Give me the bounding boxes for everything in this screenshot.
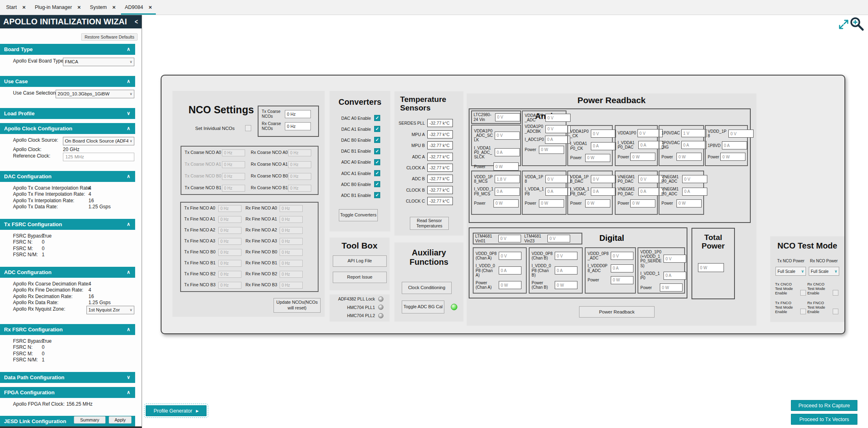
proceed-to-tx-vectors-button[interactable]: Proceed to Tx Vectors — [791, 414, 857, 425]
checkbox-dac-a0-enable[interactable]: ✓ — [374, 115, 380, 121]
power-readback-button[interactable]: Power Readback — [579, 306, 655, 318]
nco-input-tx-coarse-nco-b1[interactable] — [222, 185, 245, 192]
tab-system[interactable]: System✕ — [86, 0, 121, 15]
summary-button[interactable]: Summary — [74, 416, 106, 424]
tab-close-icon[interactable]: ✕ — [149, 5, 152, 10]
nco-input-rx-coarse-nco-a1[interactable] — [288, 161, 311, 168]
tab-close-icon[interactable]: ✕ — [77, 5, 81, 10]
checkbox-adc-b0-enable[interactable]: ✓ — [374, 181, 380, 187]
sensor-value-mpu-b: -32.77 k°C — [427, 141, 453, 149]
tab-close-icon[interactable]: ✕ — [22, 5, 26, 10]
update-ncos-button[interactable]: Update NCOs(NCOs will reset) — [274, 298, 321, 313]
setting-row-fsrc-bypass: FSRC Bypass:True — [0, 338, 135, 345]
nco-test-label: Rx FNCO Test Mode Enable — [808, 301, 831, 314]
nco-input-rx-coarse-nco-b1[interactable] — [288, 185, 311, 192]
section-header-board-type[interactable]: Board Type∧ — [0, 44, 135, 55]
section-header-apollo-clock-configuration[interactable]: Apollo Clock Configuration∧ — [0, 123, 135, 134]
read-sensor-temperatures-button[interactable]: Read Sensor Temperatures — [410, 217, 449, 230]
section-header-load-profile[interactable]: Load Profile∨ — [0, 108, 135, 119]
set-individual-ncos-checkbox[interactable] — [245, 125, 251, 131]
nco-input-tx-fine-nco-a3[interactable] — [218, 238, 241, 245]
power-value-i-vdda-1p8-dac: 0 A — [591, 188, 616, 196]
checkbox-rx-cnco-test-mode-enable[interactable] — [833, 290, 838, 296]
coarse-nco-group: Tx Coarse NCO A0Rx Coarse NCO A0Tx Coars… — [181, 146, 319, 195]
report-issue-button[interactable]: Report Issue — [333, 272, 387, 283]
magnifier-icon[interactable] — [849, 15, 865, 32]
checkbox-tx-cnco-test-mode-enable[interactable] — [800, 290, 806, 296]
section-header-adc-configuration[interactable]: ADC Configuration∧ — [0, 267, 135, 278]
clock-conditioning-button[interactable]: Clock Conditioning — [402, 282, 452, 294]
nco-input-rx-fine-nco-a3[interactable] — [280, 238, 303, 245]
checkbox-adc-b1-enable[interactable]: ✓ — [374, 192, 380, 198]
apply-button[interactable]: Apply — [109, 416, 131, 424]
nco-input-rx-fine-nco-b1[interactable] — [280, 260, 303, 267]
analog-group-vdda1p0: VDDA1P00 VI_VDDA1P0_DAC0 APower0 W — [615, 125, 658, 166]
rx-coarse-ncos-input[interactable] — [285, 122, 311, 130]
checkbox-rx-fnco-test-mode-enable[interactable] — [833, 309, 838, 314]
nco-test-label: Tx FNCO Test Mode Enable — [775, 301, 799, 314]
nco-input-tx-coarse-nco-a1[interactable] — [222, 161, 245, 168]
digital-group-vddd-1p0-vddd-1p0-serdes: VDDD_1P0 (+VDDD_1P0_SERDES)0 VI_VDDD_1P0… — [638, 247, 685, 294]
section-header-dac-configuration[interactable]: DAC Configuration∧ — [0, 171, 135, 182]
expand-icon[interactable] — [838, 18, 850, 30]
rx-nco-power-select[interactable]: Full Scale ∨ — [809, 267, 839, 276]
section-header-rx-fsrc-configuration[interactable]: Rx FSRC Configuration∧ — [0, 324, 135, 335]
setting-input-reference-clock[interactable] — [63, 153, 134, 161]
checkbox-dac-b0-enable[interactable]: ✓ — [374, 137, 380, 143]
analog-group-vdda1p0-adc: VDDA1P0_ADC0 VVDDA1P0_ADCBK0 VI_ADC1P00 … — [522, 110, 566, 166]
tab-plug-in-manager[interactable]: Plug-in Manager✕ — [30, 0, 86, 15]
nco-test-item: Tx FNCO Test Mode Enable — [775, 301, 808, 314]
nco-input-tx-fine-nco-a2[interactable] — [218, 227, 241, 234]
section-header-fpga-configuration[interactable]: FPGA Configuration∧ — [0, 387, 135, 398]
tx-nco-power-select[interactable]: Full Scale ∨ — [775, 267, 806, 276]
api-log-file-button[interactable]: API Log File — [333, 255, 387, 267]
nco-input-tx-fine-nco-b3[interactable] — [218, 282, 241, 289]
tx-coarse-ncos-input[interactable] — [285, 110, 311, 118]
toggle-converters-button[interactable]: Toggle Converters — [339, 209, 378, 221]
chevron-up-icon: ∧ — [127, 44, 130, 55]
checkbox-dac-b1-enable[interactable]: ✓ — [374, 148, 380, 154]
nco-label: Rx Coarse NCO B1 — [251, 186, 288, 190]
nco-input-rx-fine-nco-a2[interactable] — [280, 227, 303, 234]
nco-input-tx-fine-nco-a1[interactable] — [218, 216, 241, 223]
nco-label: Tx Fine NCO A3 — [184, 239, 218, 244]
section-header-tx-fsrc-configuration[interactable]: Tx FSRC Configuration∧ — [0, 219, 135, 230]
nco-input-tx-fine-nco-b1[interactable] — [218, 260, 241, 267]
setting-label: FSRC N: — [13, 239, 32, 245]
nco-input-rx-fine-nco-b0[interactable] — [280, 249, 303, 256]
setting-select-apollo-eval-board-type[interactable]: FMCA∨ — [63, 58, 134, 66]
power-value-vdda1p0-ck: 0 V — [591, 130, 616, 138]
nco-input-tx-fine-nco-b2[interactable] — [218, 271, 241, 278]
tab-close-icon[interactable]: ✕ — [112, 5, 116, 10]
power-label: Power — [474, 164, 492, 169]
sidebar-collapse-icon[interactable]: < — [135, 15, 138, 28]
nco-input-tx-coarse-nco-b0[interactable] — [222, 173, 245, 180]
checkbox-adc-a0-enable[interactable]: ✓ — [374, 159, 380, 165]
nco-input-rx-coarse-nco-a0[interactable] — [288, 149, 311, 156]
nco-input-rx-fine-nco-a1[interactable] — [280, 216, 303, 223]
checkbox-dac-a1-enable[interactable]: ✓ — [374, 126, 380, 132]
section-header-data-path-configuration[interactable]: Data Path Configuration∨ — [0, 372, 135, 383]
nco-test-mode-title: NCO Test Mode — [774, 241, 840, 251]
tab-ad9084[interactable]: AD9084✕ — [120, 0, 156, 15]
setting-row-apollo-clock-source: Apollo Clock Source:On Board Clock Sourc… — [0, 137, 135, 146]
setting-select-apollo-clock-source[interactable]: On Board Clock Source (ADF4∨ — [63, 137, 134, 145]
nco-input-rx-coarse-nco-b0[interactable] — [288, 173, 311, 180]
nco-input-tx-fine-nco-a0[interactable] — [218, 205, 241, 212]
checkbox-tx-fnco-test-mode-enable[interactable] — [800, 309, 806, 314]
proceed-to-rx-capture-button[interactable]: Proceed to Rx Capture — [791, 400, 857, 411]
tab-start[interactable]: Start✕ — [2, 0, 30, 15]
nco-row: Tx Fine NCO B1Rx Fine NCO B1 — [181, 258, 318, 268]
toggle-adc-bg-cal-button[interactable]: Toggle ADC BG Cal — [402, 300, 444, 313]
nco-input-rx-fine-nco-b2[interactable] — [280, 271, 303, 278]
checkbox-adc-a1-enable[interactable]: ✓ — [374, 170, 380, 176]
setting-select-use-case-selection[interactable]: 20/20_10.3Gbps_1GiBW∨ — [56, 90, 134, 98]
nco-input-rx-fine-nco-a0[interactable] — [280, 205, 303, 212]
setting-select-apollo-rx-nyquist-zone[interactable]: 1st Nyquist Zor∨ — [86, 306, 134, 314]
nco-input-tx-fine-nco-b0[interactable] — [218, 249, 241, 256]
profile-generator-button[interactable]: Profile Generator ▶ — [146, 405, 207, 416]
nco-input-rx-fine-nco-b3[interactable] — [280, 282, 303, 289]
section-header-use-case[interactable]: Use Case∧ — [0, 76, 135, 87]
restore-software-defaults-button[interactable]: Restore Software Defaults — [81, 33, 138, 41]
nco-input-tx-coarse-nco-a0[interactable] — [222, 149, 245, 156]
